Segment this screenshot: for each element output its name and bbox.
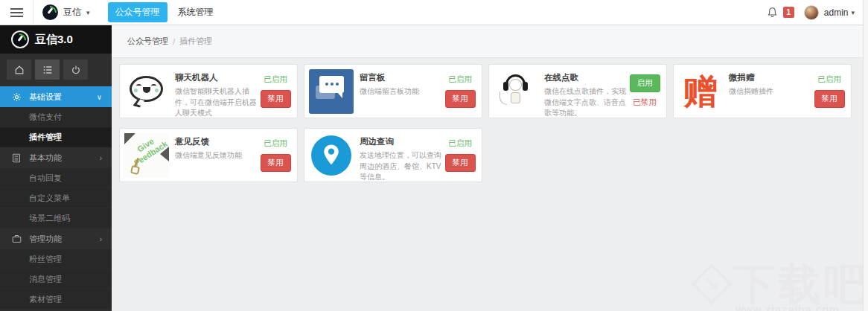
watermark-url: www.xiazaiba.com bbox=[735, 303, 868, 311]
sidebar-item-label: 微信支付 bbox=[29, 112, 62, 123]
brand-dropdown[interactable]: 豆信 ▾ bbox=[33, 0, 103, 25]
sidebar-item-plugin-management[interactable]: 插件管理 bbox=[0, 127, 112, 147]
list-panel-icon bbox=[11, 153, 22, 163]
main-content: 聊天机器人 微信智能聊天机器人插件，可在微信端开启机器人聊天模式 已启用 禁用 … bbox=[112, 58, 863, 311]
plugin-cards: 聊天机器人 微信智能聊天机器人插件，可在微信端开启机器人聊天模式 已启用 禁用 … bbox=[119, 64, 855, 182]
sidebar-item-label: 自定义菜单 bbox=[29, 193, 70, 204]
message-board-icon bbox=[309, 69, 354, 114]
watermark: ↘ 下载吧 www.xiazaiba.com bbox=[694, 263, 868, 311]
watermark-title: 下载吧 bbox=[733, 263, 868, 306]
gear-icon bbox=[11, 92, 22, 102]
tab-system-management[interactable]: 系统管理 bbox=[170, 2, 221, 22]
sidebar-item-custom-menu[interactable]: 自定义菜单 bbox=[0, 188, 112, 208]
donation-character-icon: 赠 bbox=[678, 69, 723, 114]
plugin-title: 周边查询 bbox=[360, 136, 443, 147]
location-pin-icon bbox=[309, 133, 354, 178]
disable-plugin-button[interactable]: 禁用 bbox=[261, 90, 291, 108]
chevron-right-icon: › bbox=[100, 154, 102, 162]
sidebar: 豆信3.0 基础设置 ∨ 微信支付 bbox=[0, 25, 112, 311]
breadcrumb-parent-link[interactable]: 公众号管理 bbox=[127, 36, 168, 47]
sidebar-item-label: 粉丝管理 bbox=[29, 254, 62, 265]
sidebar-item-label: 基础设置 bbox=[29, 92, 62, 103]
headphones-listener-icon bbox=[494, 69, 538, 114]
home-icon-button[interactable] bbox=[7, 60, 31, 80]
sidebar-item-label: 插件管理 bbox=[29, 132, 62, 143]
breadcrumb: 公众号管理 / 插件管理 bbox=[127, 36, 212, 47]
plugin-description: 微信端意见反馈功能 bbox=[175, 150, 258, 161]
plugin-card-message-board: 留言板 微信端留言板功能 已启用 禁用 bbox=[304, 64, 482, 118]
sidebar-item-label: 消息管理 bbox=[29, 274, 62, 285]
user-dropdown[interactable]: admin ▾ bbox=[824, 7, 855, 18]
status-badge: 已启用 bbox=[448, 74, 472, 85]
username-label: admin bbox=[824, 7, 849, 18]
sidebar-item-auto-reply[interactable]: 自动回复 bbox=[0, 168, 112, 188]
sidebar-brand: 豆信3.0 bbox=[35, 33, 73, 47]
power-icon-button[interactable] bbox=[63, 60, 88, 80]
plugin-title: 在线点歌 bbox=[544, 72, 628, 83]
plugin-description: 发送地理位置，可以查询周边的酒店、餐馆、KTV等信息。 bbox=[360, 150, 443, 183]
topbar: 豆信 ▾ 公众号管理 系统管理 1 admin ▾ bbox=[0, 0, 868, 25]
sidebar-item-label: 管理功能 bbox=[29, 234, 62, 245]
plugin-card-feedback: Give Feedback 意见反馈 微信端意见反馈功能 已启用 禁用 bbox=[119, 128, 298, 182]
notification-count-badge: 1 bbox=[783, 7, 794, 18]
briefcase-icon bbox=[11, 234, 22, 243]
topbar-right: 1 admin ▾ bbox=[767, 5, 868, 20]
breadcrumb-current: 插件管理 bbox=[179, 36, 212, 47]
plugin-card-donation: 赠 微捐赠 微信捐赠插件 已启用 禁用 bbox=[673, 64, 852, 118]
status-badge: 已禁用 bbox=[633, 97, 657, 108]
plugin-description: 微信在线点歌插件，实现微信端文字点歌、语音点歌等功能。 bbox=[544, 86, 628, 119]
user-avatar[interactable] bbox=[804, 5, 819, 20]
sidebar-item-label: 素材管理 bbox=[29, 294, 62, 305]
content-header: 公众号管理 / 插件管理 bbox=[112, 25, 863, 58]
status-badge: 已启用 bbox=[448, 138, 472, 149]
plugin-title: 意见反馈 bbox=[175, 136, 258, 147]
disable-plugin-button[interactable]: 禁用 bbox=[814, 90, 845, 108]
chevron-right-icon: › bbox=[100, 235, 102, 243]
disable-plugin-button[interactable]: 禁用 bbox=[261, 154, 291, 172]
list-icon-button[interactable] bbox=[35, 60, 60, 80]
plugin-card-nearby-search: 周边查询 发送地理位置，可以查询周边的酒店、餐馆、KTV等信息。 已启用 禁用 bbox=[304, 128, 482, 182]
enable-plugin-button[interactable]: 启用 bbox=[630, 74, 660, 92]
sidebar-item-fans-management[interactable]: 粉丝管理 bbox=[0, 249, 112, 269]
sidebar-item-label: 场景二维码 bbox=[29, 213, 70, 224]
douxin-logo-icon bbox=[42, 4, 58, 20]
sidebar-icon-row bbox=[0, 54, 112, 86]
sidebar-item-label: 自动回复 bbox=[29, 173, 62, 184]
plugin-card-online-song: 在线点歌 微信在线点歌插件，实现微信端文字点歌、语音点歌等功能。 启用 已禁用 bbox=[488, 64, 667, 118]
give-feedback-icon: Give Feedback bbox=[124, 133, 169, 178]
chevron-down-icon: ∨ bbox=[97, 93, 102, 101]
sidebar-item-basic-functions[interactable]: 基本功能 › bbox=[0, 147, 112, 168]
brand-name: 豆信 bbox=[63, 6, 81, 19]
sidebar-item-scene-qrcode[interactable]: 场景二维码 bbox=[0, 208, 112, 228]
sidebar-item-label: 基本功能 bbox=[29, 153, 62, 164]
sidebar-header: 豆信3.0 bbox=[0, 25, 112, 54]
download-logo-icon: ↘ bbox=[691, 263, 733, 306]
topbar-tabs: 公众号管理 系统管理 bbox=[108, 2, 221, 22]
status-badge: 已启用 bbox=[264, 74, 287, 85]
plugin-description: 微信智能聊天机器人插件，可在微信端开启机器人聊天模式 bbox=[175, 86, 258, 119]
sidebar-item-material-management[interactable]: 素材管理 bbox=[0, 289, 112, 310]
douxin-logo-icon bbox=[11, 31, 29, 48]
sidebar-item-message-management[interactable]: 消息管理 bbox=[0, 269, 112, 289]
sidebar-item-wechat-pay[interactable]: 微信支付 bbox=[0, 107, 112, 127]
hamburger-menu-icon[interactable] bbox=[0, 0, 33, 25]
status-badge: 已启用 bbox=[817, 74, 841, 85]
plugin-card-chat-robot: 聊天机器人 微信智能聊天机器人插件，可在微信端开启机器人聊天模式 已启用 禁用 bbox=[119, 64, 298, 118]
chat-robot-icon bbox=[124, 69, 169, 114]
notification-bell-icon[interactable] bbox=[767, 7, 778, 19]
plugin-title: 聊天机器人 bbox=[175, 72, 258, 83]
plugin-title: 留言板 bbox=[360, 72, 443, 83]
vertical-scrollbar[interactable] bbox=[863, 0, 868, 311]
plugin-description: 微信捐赠插件 bbox=[729, 86, 812, 97]
tab-official-account-management[interactable]: 公众号管理 bbox=[108, 2, 167, 22]
disable-plugin-button[interactable]: 禁用 bbox=[445, 90, 476, 108]
breadcrumb-separator: / bbox=[173, 37, 175, 46]
status-badge: 已启用 bbox=[264, 138, 287, 149]
chevron-down-icon: ▾ bbox=[86, 9, 90, 16]
sidebar-item-basic-settings[interactable]: 基础设置 ∨ bbox=[0, 86, 112, 107]
plugin-description: 微信端留言板功能 bbox=[360, 86, 443, 97]
sidebar-item-management-functions[interactable]: 管理功能 › bbox=[0, 228, 112, 249]
plugin-title: 微捐赠 bbox=[729, 72, 812, 83]
disable-plugin-button[interactable]: 禁用 bbox=[445, 154, 476, 172]
chevron-down-icon: ▾ bbox=[851, 9, 855, 16]
